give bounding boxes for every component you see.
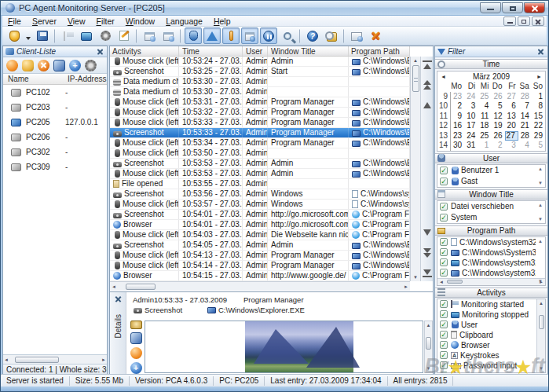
activity-row[interactable]: Screenshot 10:53:56 - 27.03.2009 Admin W… <box>110 189 410 200</box>
column-header[interactable]: Window Title <box>268 46 349 56</box>
client-list-close-icon[interactable] <box>96 47 104 56</box>
checkbox-checked-icon[interactable] <box>440 321 448 328</box>
client-row-pc203[interactable]: PC203 - <box>3 100 107 115</box>
column-ip[interactable]: IP-Address <box>68 75 107 83</box>
activity-filter-item[interactable]: Browser <box>437 340 536 350</box>
toolbar-separator[interactable] <box>136 29 137 43</box>
activity-row[interactable]: Mouse click (left) 10:53:24 - 27.03.2009… <box>110 57 410 67</box>
calendar-cell[interactable]: 13 <box>505 112 518 122</box>
program-path-filter-item[interactable]: C:\Windows\system32\tasker <box>437 258 536 268</box>
go-first-button[interactable] <box>422 60 433 69</box>
calendar-cell[interactable]: 18 <box>478 121 491 131</box>
client-save-button[interactable] <box>53 60 65 71</box>
window-title-filter-item[interactable]: System <box>437 212 536 223</box>
activity-filter-item[interactable]: Password input <box>437 361 536 371</box>
calendar-cell[interactable]: 14 <box>437 141 451 151</box>
scroll-down-icon[interactable]: ▼ <box>539 365 544 372</box>
calendar-cell[interactable]: 1 <box>532 92 545 102</box>
screenshot-preview[interactable] <box>145 321 423 373</box>
maximize-button[interactable] <box>502 2 523 13</box>
calendar-cell[interactable]: Di <box>464 82 478 92</box>
calendar-cell[interactable]: 8 <box>532 101 545 112</box>
go-fast-down-button[interactable] <box>422 248 433 258</box>
scroll-thumb[interactable] <box>15 357 59 363</box>
activity-row[interactable]: Mouse click (left) 10:53:53 - 27.03.2009… <box>110 169 410 179</box>
checkbox-checked-icon[interactable] <box>440 372 448 373</box>
activity-filter-item[interactable]: User <box>437 320 536 330</box>
calendar-cell[interactable]: 4 <box>478 101 491 112</box>
activity-row[interactable]: Browser 10:54:15 - 27.03.2009 Admin http… <box>110 271 410 281</box>
save-button[interactable] <box>34 27 51 44</box>
client-info-button[interactable] <box>348 27 365 44</box>
child-minimize-button[interactable] <box>503 16 516 26</box>
screen-button[interactable] <box>78 27 95 44</box>
close-button[interactable] <box>524 2 545 13</box>
checkbox-checked-icon[interactable] <box>440 361 448 369</box>
toolbar-separator[interactable] <box>180 29 181 43</box>
calendar-cell[interactable]: 16 <box>451 121 464 131</box>
calendar-cell[interactable]: 27 <box>505 92 518 102</box>
keystroke-monitor-toggle[interactable] <box>203 27 221 44</box>
client-add-button[interactable] <box>69 60 81 71</box>
activity-row[interactable]: Mouse click (left) 10:54:14 - 27.03.2009… <box>110 261 410 271</box>
program-path-hscrollbar[interactable]: ◄ ► <box>437 278 545 285</box>
calendar-cell[interactable]: 10 <box>464 112 478 122</box>
calendar-cell[interactable]: 23 <box>451 131 464 141</box>
client-folder-button[interactable] <box>22 60 34 71</box>
file-monitor-toggle[interactable] <box>241 27 258 44</box>
calendar-cell[interactable]: So <box>532 82 545 92</box>
toolbar-separator[interactable] <box>54 29 56 43</box>
checkbox-checked-icon[interactable] <box>440 269 448 277</box>
go-fast-up-button[interactable] <box>422 80 433 90</box>
program-path-filter-item[interactable]: C:\Windows\system32\taskm <box>437 268 536 278</box>
calendar-cell[interactable]: 9 <box>451 112 464 122</box>
section-activitys[interactable]: Activitys <box>435 288 547 298</box>
scroll-right-icon[interactable]: ► <box>404 283 408 291</box>
client-settings-button[interactable] <box>85 60 97 71</box>
scroll-thumb[interactable] <box>412 65 419 92</box>
activity-filter-item[interactable]: Monitoring stopped <box>437 310 536 320</box>
calendar-cell[interactable]: 24 <box>464 92 478 102</box>
calendar-cell[interactable]: 20 <box>505 121 518 131</box>
go-up-button[interactable] <box>422 101 433 110</box>
minimize-button[interactable] <box>480 2 501 13</box>
details-close-icon[interactable] <box>114 295 123 303</box>
calendar-cell[interactable]: 5 <box>532 141 545 151</box>
go-last-button[interactable] <box>422 269 433 278</box>
calendar-cell[interactable]: 2 <box>451 101 464 112</box>
calendar-cell[interactable]: 19 <box>491 121 504 131</box>
calendar-cell[interactable]: 30 <box>451 141 464 151</box>
checkbox-checked-icon[interactable] <box>440 331 448 339</box>
scroll-thumb[interactable] <box>426 337 431 350</box>
calendar-cell[interactable]: 17 <box>464 121 478 131</box>
activity-row[interactable]: Mouse click (left) 10:53:31 - 27.03.2009… <box>110 97 410 108</box>
calendar-cell[interactable]: Fr <box>505 82 518 92</box>
activitys-vscrollbar[interactable]: ▲ ▼ <box>536 299 545 373</box>
filter-close-icon[interactable] <box>536 47 545 56</box>
activity-row[interactable]: Mouse click (left) 10:53:34 - 27.03.2009… <box>110 138 410 148</box>
activity-row[interactable]: Screenshot 10:53:53 - 27.03.2009 Admin A… <box>110 159 410 169</box>
activity-filter-item[interactable]: Keyboard layout <box>437 371 536 374</box>
activity-row[interactable]: Data medium change 10:53:30 - 27.03.2009… <box>110 87 410 97</box>
calendar-cell[interactable]: 28 <box>518 131 532 141</box>
checkbox-checked-icon[interactable] <box>440 178 448 185</box>
calendar-cell[interactable]: Mo <box>451 82 464 92</box>
activity-row[interactable]: Mouse click (left) 10:53:57 - 27.03.2009… <box>110 200 410 210</box>
calendar-cell[interactable]: 26 <box>491 92 504 102</box>
checkbox-checked-icon[interactable] <box>440 351 448 359</box>
flag-button[interactable] <box>59 27 76 44</box>
calendar-prev-icon[interactable]: ◄ <box>441 74 446 79</box>
search-button[interactable] <box>279 27 296 44</box>
pause-monitor-toggle[interactable] <box>260 27 277 44</box>
calendar-cell[interactable] <box>437 82 451 92</box>
child-close-button[interactable] <box>532 16 544 26</box>
calendar-cell[interactable]: 15 <box>532 112 545 122</box>
calendar-cell[interactable]: 13 <box>437 131 451 141</box>
calendar-cell[interactable]: 2 <box>491 141 504 151</box>
calendar-cell[interactable]: 27 <box>505 131 518 141</box>
scroll-thumb[interactable] <box>126 284 156 290</box>
help-button[interactable] <box>304 27 321 44</box>
section-user[interactable]: User <box>435 153 547 163</box>
calendar-cell[interactable]: 25 <box>478 92 491 102</box>
mouse-monitor-toggle[interactable] <box>185 27 202 44</box>
